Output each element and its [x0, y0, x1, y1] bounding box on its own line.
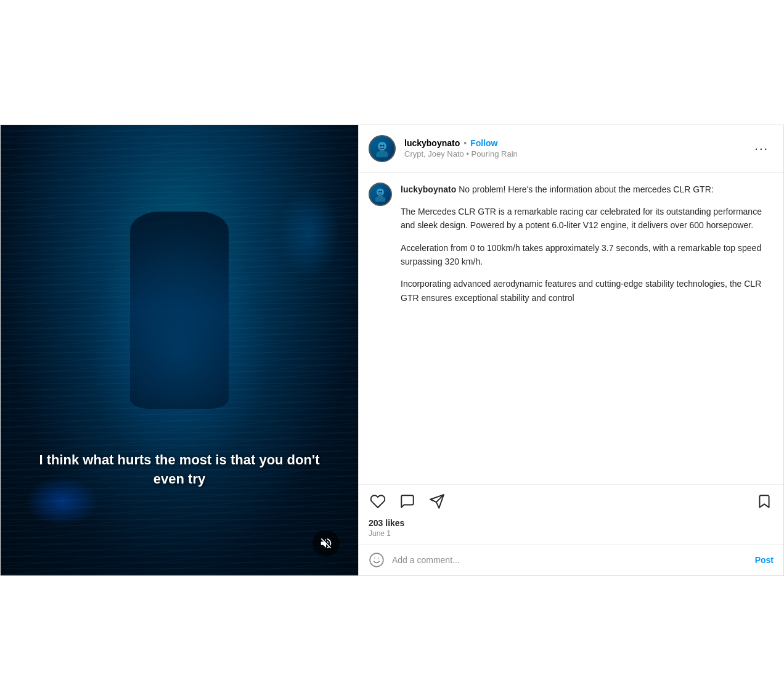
- content-panel: luckyboynato • Follow Crypt, Joey Nato •…: [358, 125, 783, 575]
- like-button[interactable]: [369, 492, 387, 511]
- comment-paragraph3: Incorporating advanced aerodynamic featu…: [401, 277, 774, 305]
- username-follow-row: luckyboynato • Follow: [404, 138, 749, 148]
- comment-section: luckyboynato No problem! Here's the info…: [359, 173, 783, 484]
- svg-point-4: [377, 188, 384, 196]
- post-header: luckyboynato • Follow Crypt, Joey Nato •…: [359, 125, 783, 173]
- comment-avatar: [369, 183, 392, 206]
- glow-spot-right: [278, 187, 340, 279]
- bookmark-button[interactable]: [755, 492, 774, 511]
- actions-bar: [359, 484, 783, 516]
- mute-icon: [319, 537, 333, 550]
- smiley-icon: [369, 552, 385, 568]
- likes-count: 203 likes: [369, 518, 774, 528]
- figure-silhouette: [130, 212, 229, 409]
- instagram-post: I think what hurts the most is that you …: [0, 125, 784, 576]
- svg-point-0: [378, 142, 386, 150]
- svg-point-1: [376, 150, 388, 157]
- more-options-button[interactable]: ···: [749, 139, 774, 158]
- comment-row: luckyboynato No problem! Here's the info…: [369, 183, 774, 305]
- speech-bubble-icon: [399, 493, 415, 509]
- avatar-image: [374, 140, 391, 157]
- svg-point-10: [370, 553, 383, 567]
- svg-point-2: [380, 144, 382, 146]
- username-label: luckyboynato: [404, 138, 460, 148]
- comment-username: luckyboynato: [401, 184, 456, 194]
- video-caption: I think what hurts the most is that you …: [1, 451, 358, 489]
- avatar: [369, 135, 396, 162]
- add-comment-row: Post: [359, 544, 783, 575]
- video-panel: I think what hurts the most is that you …: [1, 125, 358, 575]
- song-info: Crypt, Joey Nato • Pouring Rain: [404, 149, 749, 159]
- heart-icon: [370, 493, 386, 509]
- comment-button[interactable]: [398, 492, 417, 511]
- figure-body: [130, 212, 229, 409]
- svg-point-7: [380, 191, 382, 192]
- dot-separator: •: [463, 138, 467, 148]
- comment-body: luckyboynato No problem! Here's the info…: [401, 183, 774, 305]
- comment-paragraph1: The Mercedes CLR GTR is a remarkable rac…: [401, 205, 774, 233]
- post-comment-button[interactable]: Post: [755, 555, 774, 565]
- svg-point-6: [378, 191, 380, 192]
- post-date: June 1: [369, 529, 774, 538]
- svg-point-3: [383, 144, 385, 146]
- comment-input[interactable]: [392, 555, 748, 565]
- paper-plane-icon: [429, 493, 445, 509]
- follow-button[interactable]: Follow: [470, 138, 497, 148]
- emoji-button[interactable]: [369, 552, 385, 568]
- header-info: luckyboynato • Follow Crypt, Joey Nato •…: [404, 138, 749, 159]
- comment-intro: No problem! Here's the information about…: [459, 184, 714, 194]
- comment-paragraph2: Acceleration from 0 to 100km/h takes app…: [401, 241, 774, 269]
- likes-date-section: 203 likes June 1: [359, 516, 783, 544]
- svg-point-5: [375, 196, 385, 201]
- share-button[interactable]: [428, 492, 446, 511]
- bookmark-icon: [756, 493, 772, 509]
- mute-button[interactable]: [312, 530, 340, 557]
- comment-avatar-image: [373, 187, 388, 202]
